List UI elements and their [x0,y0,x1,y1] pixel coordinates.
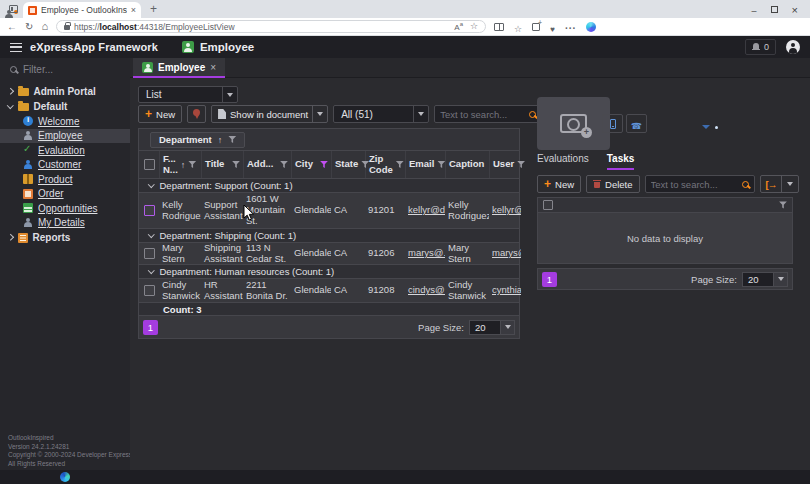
dropdown-arrow-icon[interactable] [222,87,237,102]
user-link[interactable]: kellyr@c... [492,204,521,215]
search-icon[interactable] [742,181,749,188]
refresh-icon[interactable] [25,22,33,32]
sidebar-group-admin-portal[interactable]: Admin Portal [0,84,130,99]
select-all-checkbox[interactable] [144,159,155,170]
page-size-select[interactable]: 20 [469,320,515,335]
email-link[interactable]: kellyr@d... [408,204,445,215]
close-button[interactable] [792,0,798,18]
tab-employee[interactable]: Employee [133,58,225,78]
column-header-title[interactable]: Title [201,151,243,178]
minimize-button[interactable] [752,0,757,18]
new-tab-button[interactable] [146,3,161,15]
column-header-name[interactable]: F...N... [159,151,201,178]
email-link[interactable]: cindys@... [408,284,445,295]
column-header-state[interactable]: State [331,151,365,178]
table-row[interactable]: Kelly Rodriguez Support Assistant 1601 W… [139,193,519,229]
new-task-button[interactable]: New [537,175,581,193]
collections-icon[interactable] [532,23,540,31]
maximize-button[interactable] [771,6,778,13]
filter-icon[interactable] [188,161,196,169]
new-button[interactable]: New [138,105,182,123]
tasks-export-button[interactable] [760,175,800,193]
browser-essentials-icon[interactable] [550,18,555,36]
edge-taskbar-icon[interactable] [60,472,70,482]
hamburger-menu-icon[interactable] [10,43,22,52]
email-link[interactable]: marys@... [408,247,445,258]
active-filter-icon[interactable] [320,161,328,169]
copilot-icon[interactable] [586,22,596,32]
browser-tab[interactable]: Employee - OutlookInspired [23,2,141,18]
sidebar-group-default[interactable]: Default [0,99,130,114]
employee-photo-placeholder[interactable] [537,97,610,150]
row-checkbox[interactable] [144,285,155,296]
tasks-search-box[interactable] [645,175,755,193]
mobile-phone-button[interactable] [602,114,623,133]
sidebar-item-product[interactable]: Product [0,172,130,187]
sidebar-item-evaluation[interactable]: Evaluation [0,143,130,158]
sidebar-filter[interactable] [0,58,130,80]
sidebar-item-order[interactable]: Order [0,187,130,202]
page-1-button[interactable]: 1 [143,320,158,335]
group-row-support[interactable]: Department: Support (Count: 1) [139,179,519,193]
user-link[interactable]: cynthias... [492,284,521,295]
phone-call-button[interactable] [626,114,647,133]
sidebar-item-opportunities[interactable]: Opportunities [0,201,130,216]
search-icon[interactable] [529,111,536,118]
select-all-checkbox[interactable] [543,200,553,210]
sidebar-item-welcome[interactable]: Welcome [0,114,130,129]
filter-icon[interactable] [232,161,240,169]
column-header-city[interactable]: City [291,151,331,178]
column-header-caption[interactable]: Caption [445,151,489,178]
tab-close-icon[interactable] [210,62,216,73]
read-aloud-icon[interactable] [454,21,463,32]
favorites-bar-icon[interactable] [514,18,522,36]
table-row[interactable]: Cindy Stanwick HR Assistant 2211 Bonita … [139,279,519,303]
search-box[interactable] [434,105,542,123]
row-checkbox[interactable] [144,205,155,216]
filter-icon[interactable] [396,161,404,169]
records-filter-select[interactable]: All (51) [333,105,429,123]
filter-icon[interactable] [280,161,288,169]
row-checkbox[interactable] [144,248,155,259]
tab-close-icon[interactable] [131,6,136,15]
column-header-address[interactable]: Add... [243,151,291,178]
group-by-department-chip[interactable]: Department [150,132,245,148]
favorite-icon[interactable] [470,21,478,31]
show-in-document-button[interactable]: Show in document [211,105,328,123]
tasks-search-input[interactable] [651,179,742,190]
more-menu-icon[interactable] [565,18,577,36]
dropdown-arrow-icon[interactable] [774,272,788,287]
split-screen-icon[interactable] [494,23,504,31]
filter-icon[interactable] [517,161,525,169]
view-variant-select[interactable]: List [138,86,238,103]
delete-task-button[interactable]: Delete [586,175,639,193]
filter-icon[interactable] [779,201,787,209]
home-icon[interactable] [41,21,48,32]
user-link[interactable]: marys@c... [492,247,521,258]
sidebar-item-customer[interactable]: Customer [0,158,130,173]
column-header-email[interactable]: Email [405,151,445,178]
filter-icon[interactable] [228,136,236,144]
sidebar-group-reports[interactable]: Reports [0,230,130,245]
dropdown-arrow-icon[interactable] [501,320,515,335]
tab-evaluations[interactable]: Evaluations [537,153,589,170]
page-size-select[interactable]: 20 [742,272,788,287]
filter-input[interactable] [23,64,108,75]
table-row[interactable]: Mary Stern Shipping Assistant 113 N Ceda… [139,243,519,265]
map-pin-button[interactable] [187,105,206,123]
tab-tasks[interactable]: Tasks [607,153,635,170]
sidebar-item-my-details[interactable]: My Details [0,216,130,231]
user-avatar[interactable] [786,40,800,54]
search-input[interactable] [440,109,529,120]
notifications-button[interactable]: 0 [745,39,776,55]
back-icon[interactable] [7,22,17,32]
address-bar[interactable]: https://localhost:44318/EmployeeListView [56,20,486,33]
page-1-button[interactable]: 1 [542,272,557,287]
sidebar-item-employee[interactable]: Employee [0,129,130,144]
column-header-zip[interactable]: Zip Code [365,151,405,178]
column-header-user[interactable]: User [489,151,521,178]
dropdown-arrow-icon[interactable] [312,105,327,123]
dropdown-arrow-icon[interactable] [781,176,798,192]
vertical-tabs-icon[interactable] [9,5,18,13]
dropdown-arrow-icon[interactable] [413,106,428,122]
